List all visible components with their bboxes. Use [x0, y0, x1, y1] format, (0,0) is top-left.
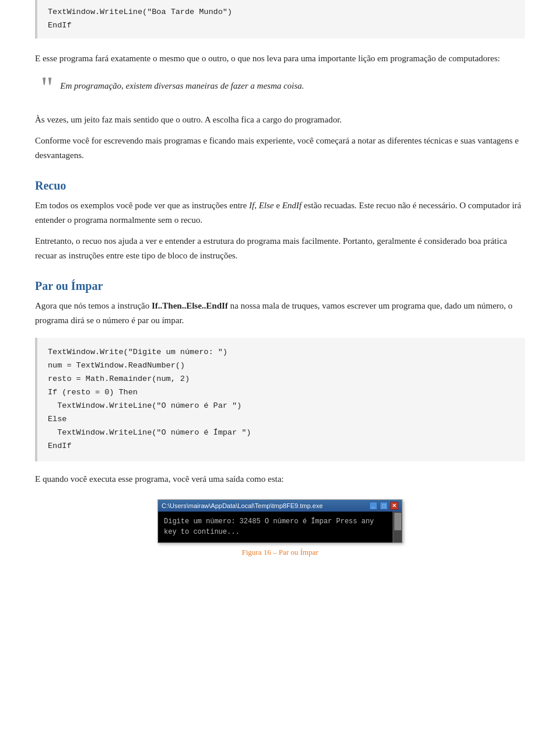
window-content-wrapper: Digite um número: 32485 O número é Ímpar…: [158, 512, 402, 542]
maximize-button[interactable]: □: [380, 502, 388, 510]
window-frame: C:\Users\mairaw\AppData\Local\Temp\tmp8F…: [158, 499, 402, 543]
minimize-button[interactable]: _: [369, 502, 377, 510]
recuo-p1-italic1: If, Else: [249, 201, 274, 210]
paragraph-2b: A escolha fica a cargo do programador.: [205, 115, 342, 124]
top-code-block: TextWindow.WriteLine("Boa Tarde Mundo") …: [35, 0, 525, 38]
window-controls: _ □ ✕: [369, 502, 398, 510]
window-text-area: Digite um número: 32485 O número é Ímpar…: [158, 512, 393, 542]
section-heading-parimpar: Par ou Ímpar: [35, 279, 525, 293]
figure-caption: Figura 16 – Par ou Ímpar: [242, 548, 318, 557]
recuo-p1-end: estão recuadas.: [302, 201, 357, 210]
recuo-p1a: Em todos os exemplos você pode ver que a…: [35, 201, 249, 210]
quote-mark-icon: ": [41, 73, 53, 103]
parimpar-p1a: Agora que nós temos a instrução: [35, 301, 152, 310]
scrollbar-thumb[interactable]: [394, 513, 401, 530]
code-block-2: TextWindow.Write("Digite um número: ") n…: [35, 338, 525, 461]
window-scrollbar[interactable]: [393, 512, 402, 542]
paragraph-2a: Às vezes, um jeito faz mais sentido que …: [35, 115, 203, 124]
top-code-line1: TextWindow.WriteLine("Boa Tarde Mundo"): [48, 8, 232, 16]
recuo-p2: Este recuo não é necessário.: [359, 201, 457, 210]
window-title: C:\Users\mairaw\AppData\Local\Temp\tmp8F…: [162, 502, 323, 509]
recuo-paragraph-2: Entretanto, o recuo nos ajuda a ver e en…: [35, 234, 525, 263]
paragraph-2: Às vezes, um jeito faz mais sentido que …: [35, 113, 525, 127]
close-button[interactable]: ✕: [390, 502, 398, 510]
recuo-p1-mid: e: [274, 201, 282, 210]
intro-paragraph: E esse programa fará exatamente o mesmo …: [35, 51, 525, 66]
top-code-line2: EndIf: [48, 21, 72, 30]
window-titlebar: C:\Users\mairaw\AppData\Local\Temp\tmp8F…: [158, 500, 402, 512]
parimpar-paragraph-1: Agora que nós temos a instrução If..Then…: [35, 299, 525, 328]
section-heading-recuo: Recuo: [35, 179, 525, 192]
recuo-p1-italic2: EndIf: [282, 201, 302, 210]
blockquote-text: Em programação, existem diversas maneira…: [60, 75, 304, 93]
recuo-paragraph-1: Em todos os exemplos você pode ver que a…: [35, 198, 525, 228]
paragraph-output: E quando você executa esse programa, voc…: [35, 472, 525, 487]
parimpar-p1-bold: If..Then..Else..EndIf: [152, 301, 228, 310]
paragraph-3: Conforme você for escrevendo mais progra…: [35, 134, 525, 163]
blockquote-section: " Em programação, existem diversas manei…: [41, 75, 525, 103]
figure-container: C:\Users\mairaw\AppData\Local\Temp\tmp8F…: [158, 499, 402, 557]
recuo-p4: Entretanto, o recuo nos ajuda a ver e en…: [35, 236, 341, 246]
